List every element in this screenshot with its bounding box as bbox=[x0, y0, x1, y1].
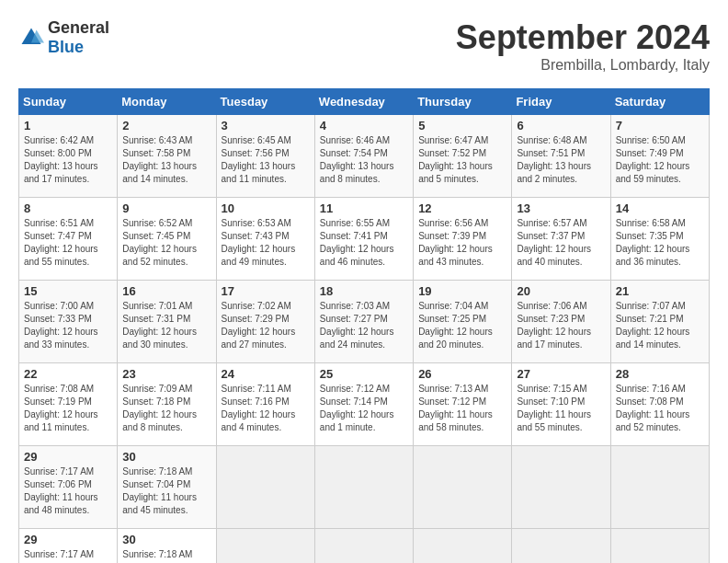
day-number: 17 bbox=[222, 284, 310, 298]
table-cell: 2Sunrise: 6:43 AMSunset: 7:58 PMDaylight… bbox=[118, 115, 216, 198]
table-cell: 17Sunrise: 7:02 AMSunset: 7:29 PMDayligh… bbox=[216, 281, 314, 363]
day-number: 22 bbox=[24, 367, 112, 381]
calendar-header-row: Sunday Monday Tuesday Wednesday Thursday… bbox=[19, 89, 710, 115]
day-info: Sunrise: 7:03 AMSunset: 7:27 PMDaylight:… bbox=[320, 300, 408, 351]
table-cell: 15Sunrise: 7:00 AMSunset: 7:33 PMDayligh… bbox=[19, 281, 118, 363]
table-cell bbox=[512, 446, 610, 529]
day-info: Sunrise: 7:02 AMSunset: 7:29 PMDaylight:… bbox=[222, 300, 310, 351]
col-wednesday: Wednesday bbox=[314, 89, 413, 115]
day-info: Sunrise: 7:13 AMSunset: 7:12 PMDaylight:… bbox=[418, 383, 506, 434]
table-cell bbox=[610, 529, 709, 564]
table-cell: 13Sunrise: 6:57 AMSunset: 7:37 PMDayligh… bbox=[512, 198, 610, 281]
table-cell: 28Sunrise: 7:16 AMSunset: 7:08 PMDayligh… bbox=[610, 363, 709, 446]
day-info: Sunrise: 6:55 AMSunset: 7:41 PMDaylight:… bbox=[320, 217, 408, 269]
table-cell bbox=[414, 529, 512, 564]
location-title: Brembilla, Lombardy, Italy bbox=[456, 57, 710, 74]
day-info: Sunrise: 6:48 AMSunset: 7:51 PMDaylight:… bbox=[517, 134, 605, 186]
day-number: 16 bbox=[122, 284, 210, 298]
table-cell bbox=[216, 446, 314, 529]
day-number: 10 bbox=[222, 201, 310, 215]
table-cell: 10Sunrise: 6:53 AMSunset: 7:43 PMDayligh… bbox=[216, 198, 314, 281]
table-cell: 30Sunrise: 7:18 AMSunset: 7:04 PMDayligh… bbox=[118, 529, 216, 564]
day-info: Sunrise: 7:01 AMSunset: 7:31 PMDaylight:… bbox=[122, 300, 210, 351]
day-info: Sunrise: 7:17 AMSunset: 7:06 PMDaylight:… bbox=[24, 465, 112, 517]
day-info: Sunrise: 6:50 AMSunset: 7:49 PMDaylight:… bbox=[616, 134, 704, 186]
table-cell: 22Sunrise: 7:08 AMSunset: 7:19 PMDayligh… bbox=[19, 363, 118, 446]
day-number: 14 bbox=[616, 201, 704, 215]
day-number: 30 bbox=[122, 450, 210, 464]
table-cell: 11Sunrise: 6:55 AMSunset: 7:41 PMDayligh… bbox=[314, 198, 413, 281]
day-info: Sunrise: 7:16 AMSunset: 7:08 PMDaylight:… bbox=[616, 383, 704, 434]
table-cell: 9Sunrise: 6:52 AMSunset: 7:45 PMDaylight… bbox=[118, 198, 216, 281]
day-info: Sunrise: 6:45 AMSunset: 7:56 PMDaylight:… bbox=[222, 134, 310, 186]
day-number: 27 bbox=[517, 367, 605, 381]
table-row: 15Sunrise: 7:00 AMSunset: 7:33 PMDayligh… bbox=[19, 281, 710, 363]
logo-blue: Blue bbox=[48, 38, 84, 56]
day-info: Sunrise: 7:06 AMSunset: 7:23 PMDaylight:… bbox=[517, 300, 605, 351]
table-cell: 19Sunrise: 7:04 AMSunset: 7:25 PMDayligh… bbox=[414, 281, 512, 363]
day-number: 29 bbox=[24, 450, 112, 464]
table-row: 1Sunrise: 6:42 AMSunset: 8:00 PMDaylight… bbox=[19, 115, 710, 198]
day-number: 3 bbox=[222, 119, 310, 132]
day-info: Sunrise: 6:56 AMSunset: 7:39 PMDaylight:… bbox=[418, 217, 506, 269]
table-cell: 3Sunrise: 6:45 AMSunset: 7:56 PMDaylight… bbox=[216, 115, 314, 198]
table-cell: 26Sunrise: 7:13 AMSunset: 7:12 PMDayligh… bbox=[414, 363, 512, 446]
table-cell: 1Sunrise: 6:42 AMSunset: 8:00 PMDaylight… bbox=[19, 115, 118, 198]
day-number: 25 bbox=[320, 367, 408, 381]
table-cell: 20Sunrise: 7:06 AMSunset: 7:23 PMDayligh… bbox=[512, 281, 610, 363]
day-info: Sunrise: 7:04 AMSunset: 7:25 PMDaylight:… bbox=[418, 300, 506, 351]
day-number: 5 bbox=[418, 119, 506, 132]
day-info: Sunrise: 6:53 AMSunset: 7:43 PMDaylight:… bbox=[222, 217, 310, 269]
table-row: 8Sunrise: 6:51 AMSunset: 7:47 PMDaylight… bbox=[19, 198, 710, 281]
day-number: 6 bbox=[517, 119, 605, 132]
day-number: 7 bbox=[616, 119, 704, 132]
table-cell: 4Sunrise: 6:46 AMSunset: 7:54 PMDaylight… bbox=[314, 115, 413, 198]
table-cell: 7Sunrise: 6:50 AMSunset: 7:49 PMDaylight… bbox=[610, 115, 709, 198]
table-row: 29Sunrise: 7:17 AMSunset: 7:06 PMDayligh… bbox=[19, 529, 710, 564]
day-number: 21 bbox=[616, 284, 704, 298]
col-monday: Monday bbox=[118, 89, 216, 115]
day-number: 18 bbox=[320, 284, 408, 298]
table-cell: 14Sunrise: 6:58 AMSunset: 7:35 PMDayligh… bbox=[610, 198, 709, 281]
day-number: 29 bbox=[24, 533, 112, 546]
day-info: Sunrise: 7:09 AMSunset: 7:18 PMDaylight:… bbox=[122, 383, 210, 434]
day-number: 24 bbox=[222, 367, 310, 381]
day-info: Sunrise: 6:42 AMSunset: 8:00 PMDaylight:… bbox=[24, 134, 112, 186]
day-info: Sunrise: 6:57 AMSunset: 7:37 PMDaylight:… bbox=[517, 217, 605, 269]
calendar-table: Sunday Monday Tuesday Wednesday Thursday… bbox=[18, 88, 710, 563]
table-cell bbox=[314, 529, 413, 564]
day-number: 13 bbox=[517, 201, 605, 215]
table-cell bbox=[610, 446, 709, 529]
day-number: 19 bbox=[418, 284, 506, 298]
day-info: Sunrise: 7:15 AMSunset: 7:10 PMDaylight:… bbox=[517, 383, 605, 434]
day-info: Sunrise: 6:52 AMSunset: 7:45 PMDaylight:… bbox=[122, 217, 210, 269]
day-number: 1 bbox=[24, 119, 112, 132]
day-number: 9 bbox=[122, 201, 210, 215]
table-cell: 30Sunrise: 7:18 AMSunset: 7:04 PMDayligh… bbox=[118, 446, 216, 529]
table-cell: 24Sunrise: 7:11 AMSunset: 7:16 PMDayligh… bbox=[216, 363, 314, 446]
table-row: 29Sunrise: 7:17 AMSunset: 7:06 PMDayligh… bbox=[19, 446, 710, 529]
day-info: Sunrise: 7:08 AMSunset: 7:19 PMDaylight:… bbox=[24, 383, 112, 434]
col-saturday: Saturday bbox=[610, 89, 709, 115]
table-row: 22Sunrise: 7:08 AMSunset: 7:19 PMDayligh… bbox=[19, 363, 710, 446]
day-info: Sunrise: 6:43 AMSunset: 7:58 PMDaylight:… bbox=[122, 134, 210, 186]
day-number: 20 bbox=[517, 284, 605, 298]
day-info: Sunrise: 7:00 AMSunset: 7:33 PMDaylight:… bbox=[24, 300, 112, 351]
col-friday: Friday bbox=[512, 89, 610, 115]
table-cell: 29Sunrise: 7:17 AMSunset: 7:06 PMDayligh… bbox=[19, 446, 118, 529]
table-cell: 29Sunrise: 7:17 AMSunset: 7:06 PMDayligh… bbox=[19, 529, 118, 564]
col-sunday: Sunday bbox=[19, 89, 118, 115]
day-number: 11 bbox=[320, 201, 408, 215]
table-cell bbox=[216, 529, 314, 564]
table-cell: 5Sunrise: 6:47 AMSunset: 7:52 PMDaylight… bbox=[414, 115, 512, 198]
table-cell: 23Sunrise: 7:09 AMSunset: 7:18 PMDayligh… bbox=[118, 363, 216, 446]
day-info: Sunrise: 6:47 AMSunset: 7:52 PMDaylight:… bbox=[418, 134, 506, 186]
day-info: Sunrise: 6:58 AMSunset: 7:35 PMDaylight:… bbox=[616, 217, 704, 269]
month-title: September 2024 bbox=[456, 18, 710, 57]
table-cell: 12Sunrise: 6:56 AMSunset: 7:39 PMDayligh… bbox=[414, 198, 512, 281]
day-info: Sunrise: 6:46 AMSunset: 7:54 PMDaylight:… bbox=[320, 134, 408, 186]
day-info: Sunrise: 6:51 AMSunset: 7:47 PMDaylight:… bbox=[24, 217, 112, 269]
table-cell: 8Sunrise: 6:51 AMSunset: 7:47 PMDaylight… bbox=[19, 198, 118, 281]
day-number: 4 bbox=[320, 119, 408, 132]
title-block: September 2024 Brembilla, Lombardy, Ital… bbox=[456, 18, 710, 74]
